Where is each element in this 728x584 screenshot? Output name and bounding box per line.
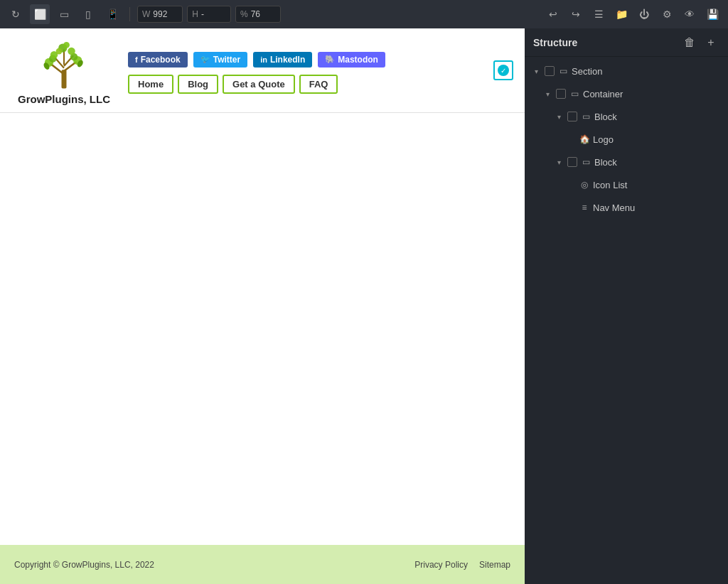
- mastodon-icon: 🐘: [325, 55, 335, 64]
- canvas-area: GrowPlugins, LLC f Facebook 🐦 Twitter: [0, 28, 525, 584]
- menu-icon[interactable]: ☰: [589, 4, 609, 24]
- tree-item-nav-menu[interactable]: ▾ ≡ Nav Menu: [525, 196, 728, 219]
- nav-menu: Home Blog Get a Quote FAQ: [128, 75, 385, 94]
- block-2-icon: ▭: [580, 156, 592, 168]
- nav-menu-label: Nav Menu: [593, 202, 635, 213]
- container-icon: ▭: [569, 88, 580, 99]
- nav-item-home[interactable]: Home: [128, 75, 173, 94]
- logo-tree-label: Logo: [593, 134, 614, 145]
- twitter-label: Twitter: [213, 55, 240, 65]
- logo-image: [39, 40, 89, 93]
- site-footer: Copyright © GrowPlugins, LLC, 2022 Priva…: [0, 545, 525, 584]
- toolbar-right: ↩ ↪ ☰ 📁 ⏻ ⚙ 👁 💾: [543, 4, 722, 24]
- svg-point-14: [56, 48, 63, 55]
- redo-icon[interactable]: ↪: [566, 4, 586, 24]
- selected-indicator: ✓: [493, 60, 513, 80]
- block-1-icon: ▭: [580, 111, 592, 122]
- chevron-container: ▾: [542, 88, 553, 99]
- nav-item-blog[interactable]: Blog: [178, 75, 218, 94]
- tablet-portrait-icon[interactable]: ▯: [78, 4, 98, 24]
- tablet-landscape-icon[interactable]: ▭: [54, 4, 74, 24]
- width-label: W: [142, 9, 150, 19]
- footer-copyright: Copyright © GrowPlugins, LLC, 2022: [14, 560, 154, 570]
- tree-item-section[interactable]: ▾ ▭ Section: [525, 60, 728, 82]
- checkbox-section[interactable]: [545, 66, 555, 76]
- toolbar: ↻ ⬜ ▭ ▯ 📱 W H % ↩ ↪ ☰ 📁 ⏻ ⚙ 👁 💾: [0, 0, 728, 28]
- linkedin-button[interactable]: in LinkedIn: [253, 52, 312, 67]
- twitter-button[interactable]: 🐦 Twitter: [193, 52, 247, 67]
- zoom-label: %: [240, 9, 248, 19]
- svg-point-13: [68, 48, 75, 55]
- footer-sitemap[interactable]: Sitemap: [479, 560, 510, 570]
- width-input[interactable]: [153, 9, 178, 19]
- content-area: [0, 113, 525, 545]
- nav-item-faq[interactable]: FAQ: [299, 75, 338, 94]
- checkbox-block-1[interactable]: [567, 112, 577, 121]
- header-right: f Facebook 🐦 Twitter in LinkedIn 🐘: [128, 52, 385, 94]
- container-label: Container: [583, 89, 623, 99]
- facebook-f-icon: f: [135, 55, 138, 64]
- zoom-field[interactable]: %: [235, 6, 281, 23]
- tree-item-icon-list[interactable]: ▾ ◎ Icon List: [525, 173, 728, 196]
- separator-1: [129, 7, 130, 21]
- refresh-icon[interactable]: ↻: [6, 4, 26, 24]
- height-field[interactable]: H: [187, 6, 231, 23]
- chevron-section: ▾: [530, 65, 542, 77]
- checkbox-block-2[interactable]: [567, 157, 577, 167]
- icon-list-icon: ◎: [579, 179, 590, 190]
- nav-item-get-a-quote[interactable]: Get a Quote: [223, 75, 295, 94]
- height-label: H: [192, 9, 198, 19]
- footer-privacy-policy[interactable]: Privacy Policy: [414, 560, 468, 570]
- width-field[interactable]: W: [137, 6, 183, 23]
- undo-icon[interactable]: ↩: [543, 4, 563, 24]
- facebook-label: Facebook: [141, 55, 181, 65]
- site-header: GrowPlugins, LLC f Facebook 🐦 Twitter: [0, 28, 525, 113]
- block-1-label: Block: [594, 112, 617, 122]
- structure-tree: ▾ ▭ Section ▾ ▭ Container ▾ ▭ Block: [525, 57, 728, 584]
- logo-text: GrowPlugins, LLC: [18, 93, 110, 105]
- panel-title: Structure: [533, 37, 577, 48]
- facebook-button[interactable]: f Facebook: [128, 52, 188, 67]
- chevron-block-1: ▾: [553, 111, 564, 122]
- eye-icon[interactable]: 👁: [680, 4, 700, 24]
- chevron-block-2: ▾: [553, 156, 564, 168]
- tree-item-logo[interactable]: ▾ 🏠 Logo: [525, 128, 728, 151]
- add-button[interactable]: +: [702, 34, 719, 51]
- icon-list-label: Icon List: [593, 180, 627, 190]
- tree-item-block-1[interactable]: ▾ ▭ Block: [525, 105, 728, 128]
- footer-links: Privacy Policy Sitemap: [414, 560, 510, 570]
- block-2-label: Block: [594, 157, 617, 168]
- linkedin-icon: in: [260, 55, 267, 64]
- panel-header: Structure 🗑 +: [525, 28, 728, 57]
- delete-button[interactable]: 🗑: [681, 34, 698, 51]
- height-input[interactable]: [201, 9, 226, 19]
- logo-tree-icon: 🏠: [579, 134, 590, 145]
- mastodon-button[interactable]: 🐘 Mastodon: [318, 52, 385, 67]
- mobile-icon[interactable]: 📱: [102, 4, 122, 24]
- zoom-input[interactable]: [251, 9, 276, 19]
- wordpress-icon[interactable]: ⚙: [657, 4, 677, 24]
- desktop-icon[interactable]: ⬜: [30, 4, 50, 24]
- checkbox-container[interactable]: [556, 89, 566, 99]
- tree-item-block-2[interactable]: ▾ ▭ Block: [525, 151, 728, 173]
- section-icon: ▭: [557, 65, 569, 77]
- svg-point-12: [63, 42, 70, 48]
- folder-icon[interactable]: 📁: [611, 4, 631, 24]
- nav-menu-icon: ≡: [579, 202, 590, 213]
- mastodon-label: Mastodon: [338, 55, 378, 65]
- panel-actions: 🗑 +: [681, 34, 719, 51]
- social-icons: f Facebook 🐦 Twitter in LinkedIn 🐘: [128, 52, 385, 67]
- logo-area: GrowPlugins, LLC: [14, 40, 114, 105]
- selected-check-icon: ✓: [498, 65, 509, 76]
- linkedin-label: LinkedIn: [270, 55, 305, 65]
- power-icon[interactable]: ⏻: [634, 4, 654, 24]
- main-area: GrowPlugins, LLC f Facebook 🐦 Twitter: [0, 28, 728, 584]
- tree-item-container[interactable]: ▾ ▭ Container: [525, 82, 728, 105]
- website-preview: GrowPlugins, LLC f Facebook 🐦 Twitter: [0, 28, 525, 584]
- section-label: Section: [572, 66, 602, 77]
- save-icon[interactable]: 💾: [702, 4, 722, 24]
- right-panel: Structure 🗑 + ▾ ▭ Section ▾ ▭ Container: [525, 28, 728, 584]
- twitter-bird-icon: 🐦: [200, 55, 210, 64]
